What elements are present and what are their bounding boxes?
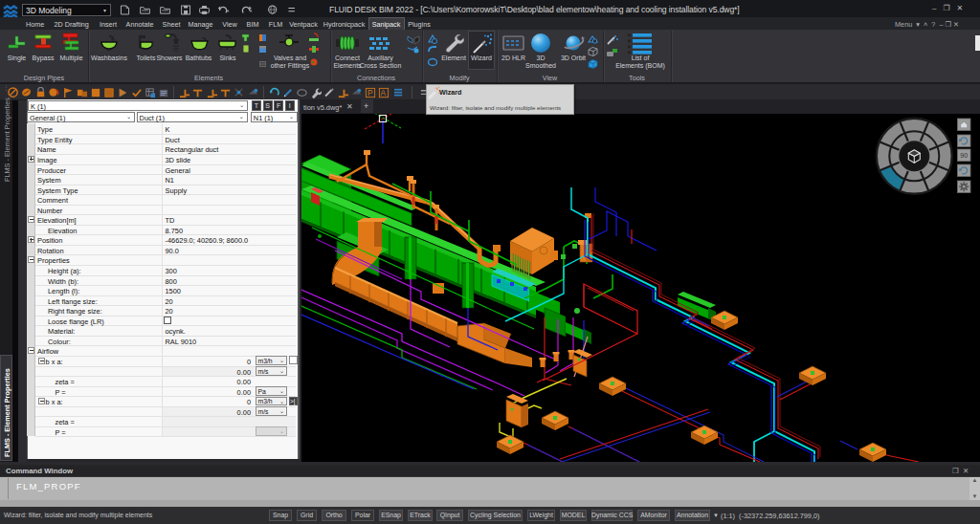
svg-text:A: A <box>381 88 387 98</box>
svg-text:90: 90 <box>960 152 968 159</box>
svg-text:P: P <box>368 88 373 98</box>
